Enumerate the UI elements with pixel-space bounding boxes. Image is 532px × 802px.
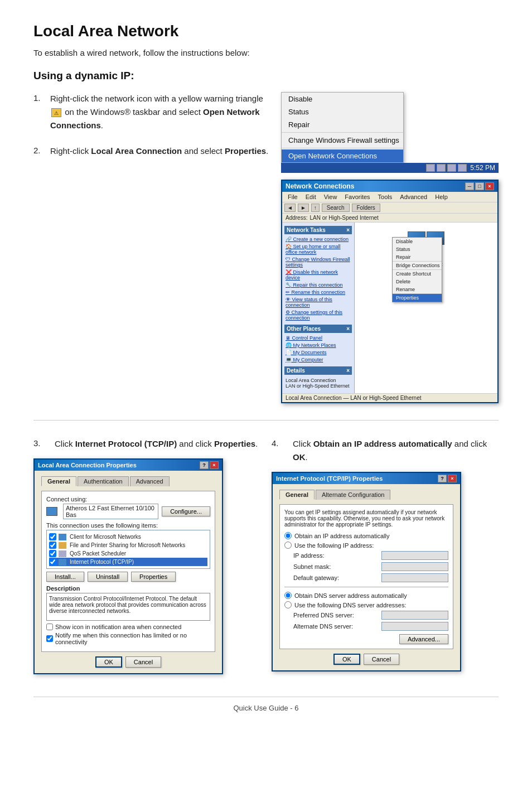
other-places-header: Other Places × — [284, 325, 352, 333]
sidebar-my-computer[interactable]: 💻 My Computer — [284, 356, 352, 363]
step-4-text: Click Obtain an IP address automatically… — [293, 437, 499, 464]
details-label: Details — [287, 368, 305, 374]
configure-btn[interactable]: Configure... — [162, 506, 210, 516]
network-connections-window: Network Connections ─ □ × File Edit View… — [281, 180, 499, 403]
menu-view[interactable]: View — [321, 193, 341, 201]
adapter-name: Atheros L2 Fast Ethernet 10/100 Bas — [63, 504, 158, 519]
step-1: 1. Right-click the network icon with a y… — [33, 92, 270, 132]
subnet-mask-input[interactable] — [381, 562, 448, 571]
close-btn[interactable]: × — [485, 182, 494, 190]
intro-text: To establish a wired network, follow the… — [33, 48, 499, 57]
sidebar-view-status[interactable]: 👁 View status of this connection — [284, 296, 352, 308]
advanced-btn-row: Advanced... — [284, 634, 448, 644]
item-tcpip-icon — [59, 559, 66, 566]
network-tasks-collapse[interactable]: × — [346, 227, 350, 233]
maximize-btn[interactable]: □ — [475, 182, 484, 190]
install-btn-row: Install... Uninstall Properties — [46, 572, 210, 582]
ip-address-input[interactable] — [381, 551, 448, 560]
bottom-section: 3. Click Internet Protocol (TCP/IP) and … — [33, 437, 499, 674]
mini-ctx-status: Status — [393, 245, 442, 253]
taskbar-icon-3 — [447, 164, 456, 172]
menu-tools[interactable]: Tools — [375, 193, 396, 201]
properties-titlebar-btns: ? × — [200, 461, 219, 469]
properties-btn[interactable]: Properties — [131, 572, 176, 582]
taskbar-icon-2 — [437, 164, 446, 172]
mini-ctx-rename: Rename — [393, 286, 442, 293]
radio-auto-dns-input[interactable] — [284, 592, 292, 599]
radio-static-ip-input[interactable] — [284, 542, 292, 549]
titlebar-buttons: ─ □ × — [465, 182, 494, 190]
preferred-dns-input[interactable] — [381, 611, 448, 620]
sidebar-change-settings[interactable]: ⚙ Change settings of this connection — [284, 309, 352, 321]
sidebar-setup-home[interactable]: 🏠 Set up home or small office network — [284, 243, 352, 255]
properties-close-btn[interactable]: × — [210, 461, 219, 469]
notify-check[interactable] — [46, 635, 53, 642]
sidebar-my-docs[interactable]: 📄 My Documents — [284, 349, 352, 356]
sidebar-rename[interactable]: ✏ Rename this connection — [284, 289, 352, 296]
step-3-col: 3. Click Internet Protocol (TCP/IP) and … — [33, 437, 260, 674]
item-client-check[interactable] — [49, 533, 56, 540]
item-qos-check[interactable] — [49, 550, 56, 557]
minimize-btn[interactable]: ─ — [465, 182, 474, 190]
radio-auto-ip-input[interactable] — [284, 532, 292, 539]
other-places-label: Other Places — [287, 326, 321, 332]
gateway-input[interactable] — [381, 573, 448, 582]
up-btn[interactable]: ↑ — [311, 204, 320, 212]
alternate-dns-input[interactable] — [381, 622, 448, 631]
forward-btn[interactable]: ► — [298, 204, 309, 212]
tcpip-title: Internet Protocol (TCP/IP) Properties — [276, 475, 383, 482]
ctx-divider-2 — [282, 148, 403, 148]
sidebar-control-panel[interactable]: 🖥 Control Panel — [284, 335, 352, 341]
items-list: Client for Microsoft Networks File and P… — [46, 530, 210, 569]
menu-file[interactable]: File — [284, 193, 301, 201]
sidebar-repair[interactable]: 🔧 Repair this connection — [284, 282, 352, 288]
subnet-mask-label: Subnet mask: — [293, 563, 331, 570]
item-tcpip-check[interactable] — [49, 558, 56, 566]
tcpip-cancel-btn[interactable]: Cancel — [364, 654, 399, 665]
sidebar-disable[interactable]: ❌ Disable this network device — [284, 269, 352, 281]
uninstall-btn[interactable]: Uninstall — [88, 572, 128, 582]
menu-advanced[interactable]: Advanced — [396, 193, 431, 201]
alternate-dns-row: Alternate DNS server: — [284, 622, 448, 631]
ok-btn[interactable]: OK — [95, 656, 122, 668]
tcpip-ok-btn[interactable]: OK — [333, 654, 360, 665]
tcpip-help-btn[interactable]: ? — [438, 475, 447, 482]
install-btn[interactable]: Install... — [46, 572, 84, 582]
gateway-label: Default gateway: — [293, 574, 339, 581]
page-title: Local Area Network — [33, 22, 499, 40]
menu-edit[interactable]: Edit — [302, 193, 320, 201]
cancel-btn[interactable]: Cancel — [125, 656, 161, 668]
ctx-divider-1 — [282, 132, 403, 133]
tcpip-inner: You can get IP settings assigned automat… — [279, 504, 453, 649]
tcpip-tab-alternate[interactable]: Alternate Configuration — [316, 490, 391, 500]
properties-help-btn[interactable]: ? — [200, 461, 209, 469]
tab-general[interactable]: General — [41, 476, 76, 486]
show-icon-check[interactable] — [46, 624, 53, 630]
other-places-collapse[interactable]: × — [346, 326, 350, 332]
show-icon-row: Show icon in notification area when conn… — [46, 624, 210, 630]
menu-favorites[interactable]: Favorites — [341, 193, 373, 201]
tcpip-close-btn[interactable]: × — [448, 475, 457, 482]
advanced-btn[interactable]: Advanced... — [399, 634, 448, 644]
tcpip-tab-general[interactable]: General — [279, 490, 315, 500]
radio-static-dns-input[interactable] — [284, 601, 292, 608]
sidebar-my-network[interactable]: 🌐 My Network Places — [284, 342, 352, 349]
details-collapse[interactable]: × — [346, 368, 350, 374]
back-btn[interactable]: ◄ — [284, 204, 296, 212]
sidebar-create-conn[interactable]: 🔗 Create a new connection — [284, 236, 352, 243]
item-file-sharing-label: File and Printer Sharing for Microsoft N… — [70, 542, 185, 548]
properties-inner: Connect using: Atheros L2 Fast Ethernet … — [41, 491, 215, 652]
connect-using-label: Connect using: — [46, 496, 210, 503]
folders-btn[interactable]: Folders — [352, 204, 380, 212]
adapter-icon — [46, 507, 57, 516]
sidebar-firewall[interactable]: 🛡 Change Windows Firewall settings — [284, 256, 352, 268]
tcpip-content: General Alternate Configuration You can … — [273, 484, 460, 670]
menu-help[interactable]: Help — [432, 193, 451, 201]
network-tasks-header: Network Tasks × — [284, 226, 352, 234]
preferred-dns-label: Preferred DNS server: — [293, 612, 354, 619]
item-file-sharing-check[interactable] — [49, 542, 56, 549]
item-file-sharing: File and Printer Sharing for Microsoft N… — [49, 541, 207, 549]
tab-advanced[interactable]: Advanced — [130, 476, 170, 486]
tab-auth[interactable]: Authentication — [78, 476, 129, 486]
search-btn[interactable]: Search — [322, 204, 350, 212]
